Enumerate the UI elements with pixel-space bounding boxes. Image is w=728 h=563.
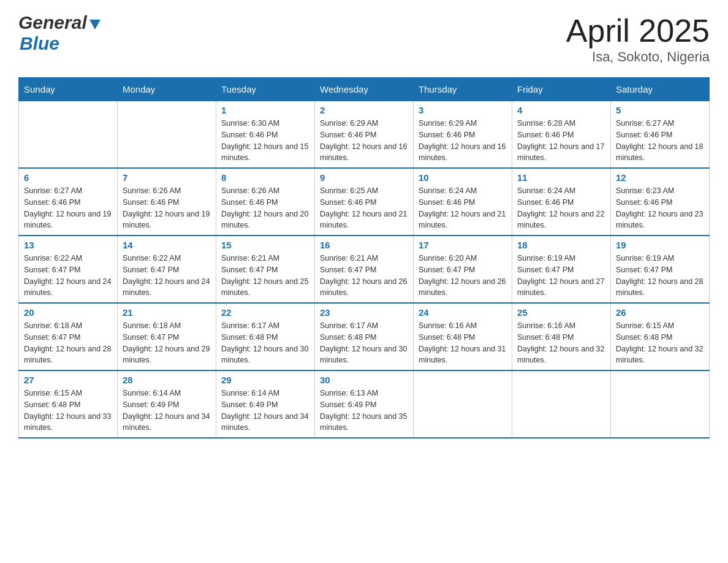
logo-general-text: General	[18, 12, 87, 33]
weekday-header-row: Sunday Monday Tuesday Wednesday Thursday…	[19, 78, 710, 101]
day-info: Sunrise: 6:27 AMSunset: 6:46 PMDaylight:…	[24, 185, 112, 231]
day-number: 29	[221, 375, 309, 385]
table-row: 23Sunrise: 6:17 AMSunset: 6:48 PMDayligh…	[315, 303, 414, 370]
table-row: 11Sunrise: 6:24 AMSunset: 6:46 PMDayligh…	[512, 168, 611, 236]
day-info: Sunrise: 6:17 AMSunset: 6:48 PMDaylight:…	[320, 320, 408, 366]
table-row: 14Sunrise: 6:22 AMSunset: 6:47 PMDayligh…	[118, 236, 216, 303]
table-row: 30Sunrise: 6:13 AMSunset: 6:49 PMDayligh…	[315, 370, 414, 438]
day-number: 1	[221, 105, 309, 115]
calendar-subtitle: Isa, Sokoto, Nigeria	[566, 49, 710, 65]
header-monday: Monday	[118, 78, 216, 101]
calendar-week-row: 6Sunrise: 6:27 AMSunset: 6:46 PMDaylight…	[19, 168, 710, 236]
day-number: 24	[419, 307, 507, 318]
day-number: 18	[517, 240, 605, 250]
day-number: 15	[221, 240, 309, 250]
header-saturday: Saturday	[611, 78, 710, 101]
day-info: Sunrise: 6:21 AMSunset: 6:47 PMDaylight:…	[320, 253, 408, 299]
day-info: Sunrise: 6:14 AMSunset: 6:49 PMDaylight:…	[221, 388, 309, 434]
table-row	[414, 370, 512, 438]
header-thursday: Thursday	[414, 78, 512, 101]
table-row: 6Sunrise: 6:27 AMSunset: 6:46 PMDaylight…	[19, 168, 118, 236]
svg-marker-0	[89, 20, 100, 29]
table-row: 25Sunrise: 6:16 AMSunset: 6:48 PMDayligh…	[512, 303, 611, 370]
day-info: Sunrise: 6:26 AMSunset: 6:46 PMDaylight:…	[221, 185, 309, 231]
day-info: Sunrise: 6:18 AMSunset: 6:47 PMDaylight:…	[24, 320, 112, 366]
logo-triangle-icon	[88, 17, 102, 31]
day-number: 25	[517, 307, 605, 318]
day-number: 4	[517, 105, 605, 115]
day-number: 9	[320, 172, 408, 183]
day-info: Sunrise: 6:19 AMSunset: 6:47 PMDaylight:…	[616, 253, 704, 299]
day-info: Sunrise: 6:16 AMSunset: 6:48 PMDaylight:…	[419, 320, 507, 366]
day-info: Sunrise: 6:24 AMSunset: 6:46 PMDaylight:…	[517, 185, 605, 231]
day-number: 21	[123, 307, 211, 318]
day-info: Sunrise: 6:24 AMSunset: 6:46 PMDaylight:…	[419, 185, 507, 231]
day-number: 3	[419, 105, 507, 115]
day-number: 19	[616, 240, 704, 250]
day-info: Sunrise: 6:22 AMSunset: 6:47 PMDaylight:…	[123, 253, 211, 299]
calendar-table: Sunday Monday Tuesday Wednesday Thursday…	[18, 77, 710, 439]
table-row: 9Sunrise: 6:25 AMSunset: 6:46 PMDaylight…	[315, 168, 414, 236]
day-number: 12	[616, 172, 704, 183]
day-number: 14	[123, 240, 211, 250]
day-number: 26	[616, 307, 704, 318]
page-header: General Blue April 2025 Isa, Sokoto, Nig…	[18, 12, 710, 65]
table-row: 18Sunrise: 6:19 AMSunset: 6:47 PMDayligh…	[512, 236, 611, 303]
header-sunday: Sunday	[19, 78, 118, 101]
day-number: 10	[419, 172, 507, 183]
table-row: 29Sunrise: 6:14 AMSunset: 6:49 PMDayligh…	[216, 370, 315, 438]
day-info: Sunrise: 6:22 AMSunset: 6:47 PMDaylight:…	[24, 253, 112, 299]
day-number: 30	[320, 375, 408, 385]
day-info: Sunrise: 6:23 AMSunset: 6:46 PMDaylight:…	[616, 185, 704, 231]
day-info: Sunrise: 6:13 AMSunset: 6:49 PMDaylight:…	[320, 388, 408, 434]
table-row: 24Sunrise: 6:16 AMSunset: 6:48 PMDayligh…	[414, 303, 512, 370]
table-row: 17Sunrise: 6:20 AMSunset: 6:47 PMDayligh…	[414, 236, 512, 303]
table-row: 8Sunrise: 6:26 AMSunset: 6:46 PMDaylight…	[216, 168, 315, 236]
day-number: 17	[419, 240, 507, 250]
day-number: 11	[517, 172, 605, 183]
day-info: Sunrise: 6:28 AMSunset: 6:46 PMDaylight:…	[517, 118, 605, 164]
day-info: Sunrise: 6:30 AMSunset: 6:46 PMDaylight:…	[221, 118, 309, 164]
table-row	[512, 370, 611, 438]
day-number: 20	[24, 307, 112, 318]
day-number: 8	[221, 172, 309, 183]
day-number: 23	[320, 307, 408, 318]
table-row: 15Sunrise: 6:21 AMSunset: 6:47 PMDayligh…	[216, 236, 315, 303]
day-number: 27	[24, 375, 112, 385]
table-row: 1Sunrise: 6:30 AMSunset: 6:46 PMDaylight…	[216, 101, 315, 169]
day-info: Sunrise: 6:18 AMSunset: 6:47 PMDaylight:…	[123, 320, 211, 366]
calendar-week-row: 20Sunrise: 6:18 AMSunset: 6:47 PMDayligh…	[19, 303, 710, 370]
day-info: Sunrise: 6:29 AMSunset: 6:46 PMDaylight:…	[419, 118, 507, 164]
day-number: 6	[24, 172, 112, 183]
table-row: 10Sunrise: 6:24 AMSunset: 6:46 PMDayligh…	[414, 168, 512, 236]
table-row: 26Sunrise: 6:15 AMSunset: 6:48 PMDayligh…	[611, 303, 710, 370]
calendar-week-row: 27Sunrise: 6:15 AMSunset: 6:48 PMDayligh…	[19, 370, 710, 438]
day-number: 5	[616, 105, 704, 115]
table-row	[118, 101, 216, 169]
table-row: 16Sunrise: 6:21 AMSunset: 6:47 PMDayligh…	[315, 236, 414, 303]
logo-blue-text: Blue	[20, 33, 59, 53]
day-info: Sunrise: 6:25 AMSunset: 6:46 PMDaylight:…	[320, 185, 408, 231]
table-row	[19, 101, 118, 169]
day-info: Sunrise: 6:15 AMSunset: 6:48 PMDaylight:…	[616, 320, 704, 366]
table-row	[611, 370, 710, 438]
day-info: Sunrise: 6:20 AMSunset: 6:47 PMDaylight:…	[419, 253, 507, 299]
header-wednesday: Wednesday	[315, 78, 414, 101]
day-number: 7	[123, 172, 211, 183]
day-info: Sunrise: 6:14 AMSunset: 6:49 PMDaylight:…	[123, 388, 211, 434]
day-number: 22	[221, 307, 309, 318]
day-number: 28	[123, 375, 211, 385]
header-friday: Friday	[512, 78, 611, 101]
day-info: Sunrise: 6:15 AMSunset: 6:48 PMDaylight:…	[24, 388, 112, 434]
day-info: Sunrise: 6:17 AMSunset: 6:48 PMDaylight:…	[221, 320, 309, 366]
table-row: 2Sunrise: 6:29 AMSunset: 6:46 PMDaylight…	[315, 101, 414, 169]
table-row: 20Sunrise: 6:18 AMSunset: 6:47 PMDayligh…	[19, 303, 118, 370]
table-row: 5Sunrise: 6:27 AMSunset: 6:46 PMDaylight…	[611, 101, 710, 169]
calendar-week-row: 13Sunrise: 6:22 AMSunset: 6:47 PMDayligh…	[19, 236, 710, 303]
day-info: Sunrise: 6:16 AMSunset: 6:48 PMDaylight:…	[517, 320, 605, 366]
table-row: 3Sunrise: 6:29 AMSunset: 6:46 PMDaylight…	[414, 101, 512, 169]
day-info: Sunrise: 6:27 AMSunset: 6:46 PMDaylight:…	[616, 118, 704, 164]
header-tuesday: Tuesday	[216, 78, 315, 101]
day-number: 2	[320, 105, 408, 115]
table-row: 13Sunrise: 6:22 AMSunset: 6:47 PMDayligh…	[19, 236, 118, 303]
